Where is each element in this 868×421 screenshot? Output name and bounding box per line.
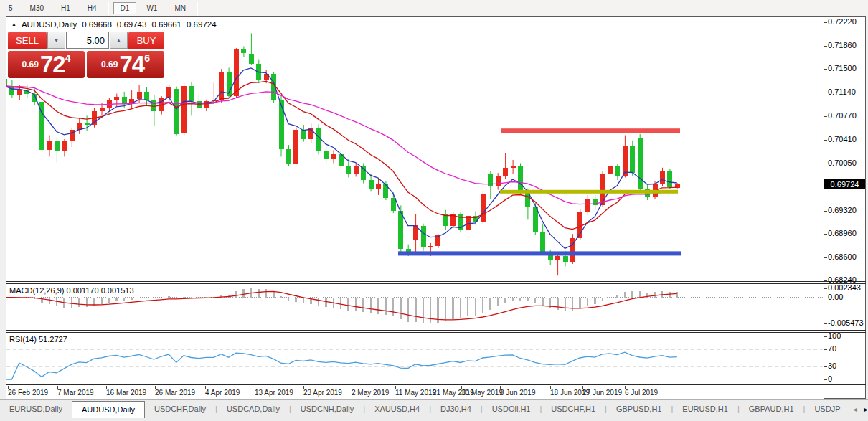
axis-tick bbox=[824, 234, 827, 235]
price-axis-label: 0.70770 bbox=[828, 111, 857, 120]
chart-tab-usdcnh-daily[interactable]: USDCNH,Daily bbox=[291, 402, 364, 417]
chart-tab-gbpaud-h1[interactable]: GBPAUD,H1 bbox=[740, 402, 803, 417]
chart-tab-usdchf-h1[interactable]: USDCHF,H1 bbox=[542, 402, 605, 417]
axis-tick bbox=[824, 22, 827, 23]
timeframe-button-W1[interactable]: W1 bbox=[139, 2, 164, 14]
macd-axis-zero: 0.00 bbox=[828, 293, 843, 301]
price-axis-label: 0.72220 bbox=[828, 17, 857, 26]
sell-price-display[interactable]: 0.69 72 4 bbox=[8, 51, 85, 78]
tab-scroll-right-icon[interactable]: ► bbox=[862, 406, 868, 413]
date-axis-label: 26 Mar 2019 bbox=[155, 389, 195, 397]
chart-tab-dj30-h4[interactable]: DJ30,H4 bbox=[431, 402, 481, 417]
title-high: 0.69743 bbox=[117, 20, 147, 29]
chart-bottom-border bbox=[6, 384, 866, 385]
date-axis-label: 2 May 2019 bbox=[352, 389, 389, 397]
axis-tick bbox=[824, 379, 827, 380]
volume-decrease-button[interactable]: ▼ bbox=[47, 32, 65, 49]
date-axis-label: 16 Mar 2019 bbox=[106, 389, 146, 397]
panel-separator[interactable] bbox=[6, 281, 866, 282]
axis-tick bbox=[824, 349, 827, 350]
chart-tab-audusd-daily[interactable]: AUDUSD,Daily bbox=[72, 401, 145, 418]
timeframe-toolbar: 5M30H1H4D1W1MN bbox=[0, 0, 868, 16]
current-price-tag: 0.69724 bbox=[824, 179, 865, 189]
macd-label: MACD(12,26,9) 0.001170 0.001513 bbox=[9, 286, 134, 295]
price-axis-border bbox=[824, 17, 824, 384]
axis-tick bbox=[824, 280, 827, 281]
toolbar-separator bbox=[197, 2, 198, 15]
date-axis-label: 27 Jun 2019 bbox=[582, 389, 622, 397]
price-axis-label: 0.71500 bbox=[828, 64, 857, 72]
timeframe-button-MN[interactable]: MN bbox=[167, 2, 193, 14]
timeframe-button-H1[interactable]: H1 bbox=[54, 2, 77, 14]
axis-tick bbox=[824, 298, 827, 298]
axis-tick bbox=[824, 323, 827, 324]
price-axis-label: 0.70410 bbox=[828, 135, 857, 143]
date-axis-label: 30 May 2019 bbox=[461, 389, 503, 397]
tab-scroll-left-icon[interactable]: ◄ bbox=[852, 406, 858, 413]
date-axis-label: 6 Jul 2019 bbox=[625, 389, 658, 397]
date-axis-label: 13 Apr 2019 bbox=[255, 389, 293, 397]
volume-input[interactable] bbox=[66, 32, 109, 49]
axis-tick bbox=[824, 93, 827, 93]
timeframe-button-M30[interactable]: M30 bbox=[23, 2, 51, 14]
rsi-indicator-canvas[interactable] bbox=[6, 333, 823, 384]
price-axis-label: 0.70050 bbox=[828, 159, 857, 167]
sell-price-base: 0.69 bbox=[22, 60, 39, 70]
date-axis-label: 4 Apr 2019 bbox=[205, 389, 240, 397]
axis-tick bbox=[824, 46, 827, 47]
chart-title: ▲ AUDUSD,Daily 0.69668 0.69743 0.69661 0… bbox=[11, 20, 217, 29]
toolbar-separator bbox=[108, 2, 109, 15]
chart-tab-eurusd-daily[interactable]: EURUSD,Daily bbox=[0, 402, 72, 417]
price-axis-label: 0.68600 bbox=[828, 252, 857, 261]
chart-tab-usdjp[interactable]: USDJP bbox=[805, 402, 849, 417]
title-close: 0.69724 bbox=[187, 20, 217, 29]
rsi-axis-label: 70 bbox=[828, 344, 836, 353]
rsi-label: RSI(14) 51.2727 bbox=[9, 335, 67, 344]
one-click-trading-panel: SELL ▼ ▲ BUY 0.69 72 4 0.69 74 6 bbox=[8, 32, 164, 78]
sell-price-pips: 72 bbox=[40, 54, 65, 75]
date-axis-label: 8 Jun 2019 bbox=[500, 389, 536, 397]
chevron-down-icon: ▼ bbox=[54, 37, 60, 44]
timeframe-button-D1[interactable]: D1 bbox=[113, 2, 137, 14]
timeframe-button-H4[interactable]: H4 bbox=[80, 2, 104, 14]
title-open: 0.69668 bbox=[82, 20, 112, 29]
sell-price-point: 4 bbox=[65, 52, 71, 64]
price-axis-label: 0.68960 bbox=[828, 229, 857, 237]
axis-tick bbox=[824, 140, 827, 141]
timeframe-button-5[interactable]: 5 bbox=[1, 2, 20, 14]
price-axis-label: 0.69320 bbox=[828, 206, 857, 214]
axis-tick bbox=[824, 69, 827, 70]
rsi-axis-label: 0 bbox=[828, 374, 832, 383]
date-axis[interactable]: 26 Feb 20197 Mar 201916 Mar 201926 Mar 2… bbox=[6, 386, 824, 399]
macd-axis-max: 0.002343 bbox=[828, 283, 861, 292]
date-axis-label: 26 Feb 2019 bbox=[8, 389, 48, 397]
rsi-axis-label: 30 bbox=[828, 361, 836, 370]
axis-tick bbox=[824, 164, 827, 164]
chart-tab-gbpusd-h1[interactable]: GBPUSD,H1 bbox=[607, 402, 671, 417]
axis-tick bbox=[824, 116, 827, 117]
rsi-axis-label: 100 bbox=[828, 331, 841, 340]
volume-increase-button[interactable]: ▲ bbox=[110, 32, 128, 49]
buy-price-point: 6 bbox=[144, 52, 150, 64]
title-low: 0.69661 bbox=[151, 20, 181, 29]
chevron-up-icon: ▲ bbox=[116, 37, 122, 44]
panel-separator[interactable] bbox=[6, 330, 866, 331]
axis-tick bbox=[824, 257, 827, 258]
date-axis-label: 11 May 2019 bbox=[395, 389, 436, 397]
date-axis-label: 23 Apr 2019 bbox=[303, 389, 342, 397]
price-axis-label: 0.71860 bbox=[828, 41, 857, 49]
axis-tick bbox=[824, 211, 827, 212]
title-symbol: AUDUSD,Daily bbox=[22, 20, 77, 29]
chart-tab-eurusd-h1[interactable]: EURUSD,H1 bbox=[673, 402, 737, 417]
date-axis-label: 7 Mar 2019 bbox=[57, 389, 94, 397]
sell-button[interactable]: SELL bbox=[8, 32, 47, 50]
chart-tab-usdchf-daily[interactable]: USDCHF,Daily bbox=[145, 402, 215, 417]
collapse-triangle-icon[interactable]: ▲ bbox=[11, 22, 16, 27]
axis-tick bbox=[824, 336, 827, 337]
chart-tab-usdoil-h1[interactable]: USDOil,H1 bbox=[483, 402, 540, 417]
chart-tab-xauusd-h4[interactable]: XAUUSD,H4 bbox=[365, 402, 429, 417]
buy-button[interactable]: BUY bbox=[128, 32, 164, 50]
buy-price-display[interactable]: 0.69 74 6 bbox=[87, 51, 164, 78]
axis-tick bbox=[824, 366, 827, 367]
chart-tab-usdcad-daily[interactable]: USDCAD,Daily bbox=[217, 402, 289, 417]
